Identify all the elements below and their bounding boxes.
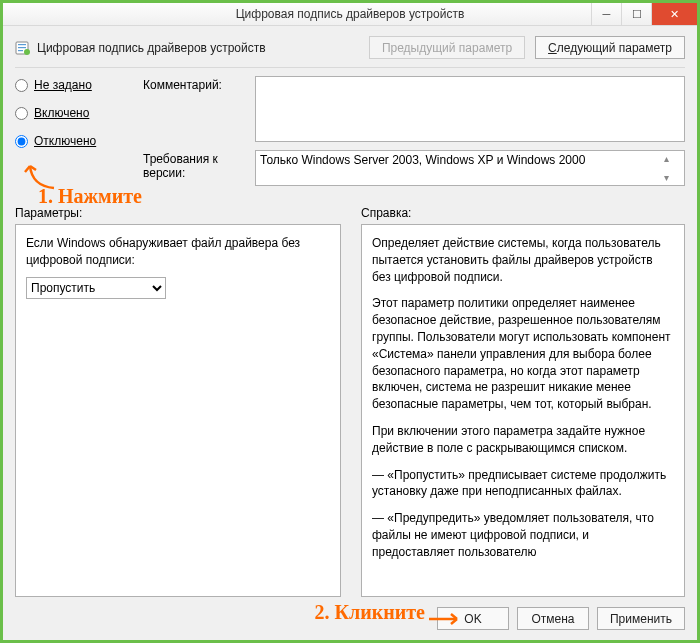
svg-rect-1 [18,44,26,45]
previous-parameter-button: Предыдущий параметр [369,36,525,59]
requirements-label: Требования к версии: [143,150,243,180]
requirements-box: Только Windows Server 2003, Windows XP и… [255,150,685,186]
next-parameter-button[interactable]: Следующий параметр [535,36,685,59]
help-label: Справка: [361,206,411,220]
apply-button[interactable]: Применить [597,607,685,630]
parameters-panel: Если Windows обнаруживает файл драйвера … [15,224,341,597]
comment-label: Комментарий: [143,76,243,92]
svg-rect-3 [18,50,23,51]
radio-disabled-input[interactable] [15,135,28,148]
help-para: — «Пропустить» предписывает системе прод… [372,467,674,501]
help-para: — «Предупредить» уведомляет пользователя… [372,510,674,560]
cancel-button[interactable]: Отмена [517,607,589,630]
help-para: При включении этого параметра задайте ну… [372,423,674,457]
maximize-button[interactable]: ☐ [621,3,651,25]
window-title: Цифровая подпись драйверов устройств [236,7,465,21]
annotation-step1: 1. Нажмите [38,185,142,208]
radio-not-configured-input[interactable] [15,79,28,92]
svg-point-4 [24,49,30,55]
annotation-step2: 2. Кликните [314,601,425,624]
radio-enabled-label: Включено [34,106,89,120]
radio-not-configured-label: Не задано [34,78,92,92]
help-para: Этот параметр политики определяет наимен… [372,295,674,413]
comment-textarea[interactable] [255,76,685,142]
action-select[interactable]: Пропустить [26,277,166,299]
annotation-arrow-2 [427,611,463,627]
requirements-text: Только Windows Server 2003, Windows XP и… [260,153,664,183]
parameters-text: Если Windows обнаруживает файл драйвера … [26,235,330,269]
parameters-label: Параметры: [15,206,341,220]
radio-disabled[interactable]: Отключено [15,134,125,148]
radio-disabled-label: Отключено [34,134,96,148]
header-title: Цифровая подпись драйверов устройств [37,41,266,55]
scroll-arrows[interactable]: ▴▾ [664,153,680,183]
radio-enabled-input[interactable] [15,107,28,120]
svg-rect-2 [18,47,26,48]
help-panel[interactable]: Определяет действие системы, когда польз… [361,224,685,597]
close-button[interactable]: ✕ [651,3,697,25]
titlebar: Цифровая подпись драйверов устройств ─ ☐… [3,3,697,26]
minimize-button[interactable]: ─ [591,3,621,25]
radio-enabled[interactable]: Включено [15,106,125,120]
help-para: Определяет действие системы, когда польз… [372,235,674,285]
radio-not-configured[interactable]: Не задано [15,78,125,92]
divider [15,67,685,68]
policy-icon [15,40,31,56]
